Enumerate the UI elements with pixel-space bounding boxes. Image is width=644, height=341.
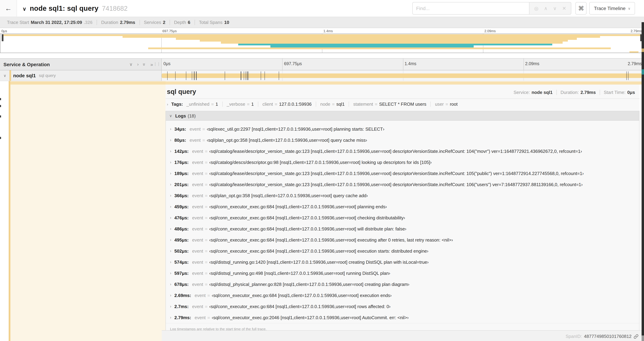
log-entry-row[interactable]: ›189μs:event=‹sql/catalog/lease/descript…: [166, 168, 639, 179]
log-entry-row[interactable]: ›486μs:event=‹sql/conn_executor_exec.go:…: [166, 223, 639, 234]
chevron-right-icon[interactable]: ›: [170, 238, 171, 242]
minimap-canvas[interactable]: [0, 34, 644, 53]
trace-summary-item: Services2: [139, 20, 170, 25]
logs-body: ›34μs:event=‹sql/exec_util.go:2297 [nsql…: [166, 121, 639, 323]
chevron-right-icon[interactable]: ›: [170, 182, 171, 186]
tags-row[interactable]: › Tags: _unfinished=1_verbose=1client=12…: [166, 99, 640, 110]
log-entry-row[interactable]: ›495μs:event=‹sql/conn_executor_exec.go:…: [166, 234, 639, 245]
top-bar: ← ∨ node sql1: sql query 7418682 ◎ ∧ ∨ ✕…: [0, 0, 644, 17]
tag-item[interactable]: user=root: [430, 102, 462, 107]
span-duration-bar[interactable]: [162, 74, 644, 78]
chevron-right-icon[interactable]: ›: [170, 204, 171, 209]
view-selector-button[interactable]: Trace Timeline ∨: [590, 2, 635, 15]
log-entry-row[interactable]: ›34μs:event=‹sql/exec_util.go:2297 [nsql…: [166, 123, 639, 134]
minimap-tick-label: 697.75μs: [162, 29, 177, 33]
trace-id: 7418682: [102, 5, 128, 12]
equals-sign: =: [205, 281, 208, 287]
link-icon[interactable]: [634, 334, 638, 339]
log-entry-row[interactable]: ›678μs:event=‹sql/distsql_physical_plann…: [166, 279, 639, 290]
chevron-right-icon[interactable]: ›: [170, 249, 171, 253]
minimap-span-bar: [270, 45, 474, 47]
log-field-key: event: [192, 270, 203, 276]
log-timestamp: 574μs:: [174, 259, 188, 265]
log-entry-row[interactable]: ›476μs:event=‹sql/conn_executor_exec.go:…: [166, 212, 639, 223]
chevron-down-icon[interactable]: ∨: [4, 73, 8, 78]
prev-match-icon[interactable]: ∧: [544, 6, 548, 11]
scrollbar-strip[interactable]: [642, 22, 644, 341]
back-button[interactable]: ←: [0, 0, 17, 17]
log-entry-row[interactable]: ›597μs:event=‹sql/distsql_running.go:498…: [166, 267, 639, 279]
chevron-right-icon[interactable]: ›: [170, 293, 171, 297]
chevron-right-icon[interactable]: ›: [170, 171, 171, 175]
log-timestamp: 486μs:: [174, 226, 188, 231]
span-meta-item: Start Time:0μs: [600, 90, 639, 95]
log-entry-row[interactable]: ›574μs:event=‹sql/distsql_running.go:142…: [166, 256, 639, 267]
span-row-name-cell[interactable]: ∨ node sql1 sql query: [0, 70, 162, 81]
chevron-right-icon[interactable]: ›: [170, 271, 171, 275]
log-entry-row[interactable]: ›459μs:event=‹sql/conn_executor_exec.go:…: [166, 201, 639, 212]
chevron-right-icon[interactable]: ›: [170, 127, 171, 131]
tag-item[interactable]: node=sql1: [316, 102, 349, 107]
chevron-right-icon[interactable]: ›: [170, 138, 171, 142]
log-entry-row[interactable]: ›2.69ms:event=‹sql/conn_executor_exec.go…: [166, 290, 639, 301]
log-field-value: ‹sql/conn_executor_exec.go:684 [nsql1,cl…: [209, 248, 428, 253]
chevron-right-icon[interactable]: ›: [170, 227, 171, 231]
log-entry-row[interactable]: ›201μs:event=‹sql/catalog/lease/descript…: [166, 179, 639, 190]
tag-item[interactable]: _unfinished=1: [185, 102, 222, 107]
equals-sign: =: [205, 160, 208, 165]
span-row-track[interactable]: [162, 70, 644, 81]
tag-value: 1: [251, 102, 254, 107]
expand-one-icon[interactable]: ›: [137, 62, 139, 67]
collapse-all-icon[interactable]: »: [142, 63, 147, 66]
summary-value: 2.79ms: [120, 20, 135, 25]
collapse-trace-chevron-icon[interactable]: ∨: [22, 6, 26, 12]
chevron-right-icon[interactable]: ›: [170, 315, 171, 319]
ruler-tick-label: 1.4ms: [403, 61, 416, 66]
expand-all-icon[interactable]: »: [150, 62, 153, 67]
chevron-right-icon[interactable]: ›: [170, 160, 171, 164]
log-timestamp: 366μs:: [174, 193, 188, 198]
meta-label: Service:: [514, 90, 530, 95]
log-entry-row[interactable]: ›176μs:event=‹sql/catalog/descs/descript…: [166, 157, 639, 168]
find-input[interactable]: [412, 2, 529, 15]
tag-item[interactable]: statement=SELECT * FROM users: [349, 102, 430, 107]
log-marker-tick: [196, 71, 197, 80]
tag-item[interactable]: _verbose=1: [222, 102, 258, 107]
tag-item[interactable]: client=127.0.0.1:59936: [258, 102, 316, 107]
column-resizer-handle[interactable]: ❘❘: [154, 62, 161, 66]
minimap-tick-label: 2.09ms: [484, 29, 496, 33]
chevron-right-icon[interactable]: ›: [170, 216, 171, 220]
logs-header[interactable]: ∨ Logs (18): [166, 111, 639, 121]
logs-container: ∨ Logs (18) ›34μs:event=‹sql/exec_util.g…: [166, 111, 640, 335]
log-entry-row[interactable]: ›2.7ms:event=‹sql/conn_executor_exec.go:…: [166, 301, 639, 312]
minimap-tick-label: 1.4ms: [324, 29, 333, 33]
clear-find-icon[interactable]: ✕: [562, 6, 566, 11]
log-entry-row[interactable]: ›142μs:event=‹sql/catalog/lease/descript…: [166, 146, 639, 157]
log-field-key: event: [192, 160, 203, 165]
log-timestamp: 678μs:: [174, 281, 188, 287]
log-entry-row[interactable]: ›502μs:event=‹sql/conn_executor_exec.go:…: [166, 245, 639, 256]
chevron-right-icon[interactable]: ›: [170, 282, 171, 286]
chevron-right-icon[interactable]: ›: [170, 149, 171, 153]
match-target-icon[interactable]: ◎: [534, 6, 538, 11]
log-entry-row[interactable]: ›2.79ms:event=‹sql/conn_executor_exec.go…: [166, 312, 639, 323]
log-entry-row[interactable]: ›80μs:event=‹sql/plan_opt.go:358 [nsql1,…: [166, 134, 639, 146]
minimap-span-bar: [122, 36, 600, 38]
summary-value: 10: [224, 20, 229, 25]
minimap-left-drag-handle[interactable]: [2, 34, 4, 41]
log-marker-tick: [241, 71, 241, 80]
tag-value: 1: [216, 102, 218, 107]
log-entry-row[interactable]: ›366μs:event=‹sql/plan_opt.go:358 [nsql1…: [166, 190, 639, 201]
log-timestamp: 189μs:: [174, 171, 188, 176]
collapse-one-icon[interactable]: ∨: [129, 62, 132, 67]
chevron-right-icon[interactable]: ›: [170, 260, 171, 264]
span-id-footer: SpanID: 4877749850101760812: [162, 330, 644, 341]
chevron-right-icon[interactable]: ›: [170, 193, 171, 198]
keyboard-shortcuts-button[interactable]: ⌘: [576, 2, 587, 15]
detail-header-row: sql query Service:node sql1Duration:2.79…: [166, 85, 640, 99]
chevron-right-icon[interactable]: ›: [170, 304, 171, 308]
edge-mark: [0, 137, 1, 139]
summary-label: Total Spans: [199, 20, 222, 25]
log-field-value: ‹sql/catalog/descs/descriptor.go:98 [nsq…: [209, 160, 432, 165]
next-match-icon[interactable]: ∨: [553, 6, 557, 11]
